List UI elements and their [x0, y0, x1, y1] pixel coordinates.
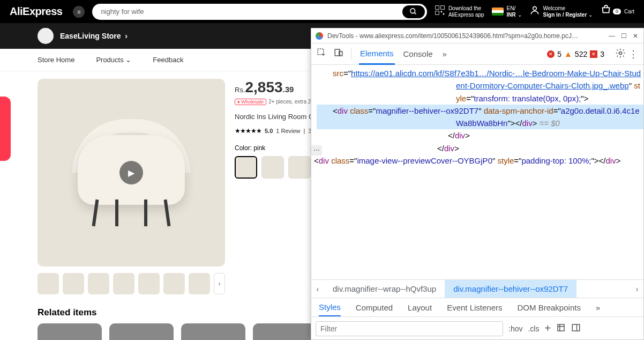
svg-rect-12 — [558, 324, 564, 331]
thumbnail[interactable] — [138, 273, 160, 294]
warning-icon[interactable]: ▲ — [564, 49, 572, 58]
related-item[interactable] — [38, 323, 102, 340]
svg-rect-2 — [436, 5, 439, 9]
settings-icon[interactable] — [615, 48, 626, 60]
cart-count: 0 — [613, 9, 621, 14]
thumbnail[interactable] — [63, 273, 84, 294]
warning-count[interactable]: 522 — [575, 50, 587, 58]
signin-label: Sign in / Register — [543, 12, 587, 18]
categories-icon[interactable]: ≡ — [73, 6, 85, 18]
welcome-label: Welcome — [543, 5, 566, 11]
region-selector[interactable]: EN/INR ⌄ — [492, 5, 522, 18]
related-item[interactable] — [181, 323, 245, 340]
toggle-sidebar-icon[interactable] — [571, 323, 581, 334]
top-header: AliExpress ≡ Download theAliExpress app … — [0, 0, 644, 23]
tab-styles[interactable]: Styles — [319, 298, 341, 316]
issues-icon[interactable]: ✕ — [590, 50, 597, 58]
nav-store-home[interactable]: Store Home — [38, 56, 74, 64]
devtools-title: DevTools - www.aliexpress.com/item/10050… — [327, 32, 604, 40]
side-promo-tab[interactable] — [0, 97, 11, 161]
svg-point-11 — [619, 52, 622, 55]
cart-link[interactable]: 0 Cart — [600, 4, 634, 19]
collapse-toggle[interactable]: ⋯ — [311, 145, 322, 156]
app-download-link[interactable]: Download theAliExpress app — [435, 5, 484, 19]
devtools-toolbar: Elements Console » ✕5 ▲522 ✕3 ⋮ — [311, 43, 643, 65]
crumb-prev[interactable]: ‹ — [311, 284, 324, 293]
color-swatch[interactable] — [288, 156, 311, 179]
account-menu[interactable]: WelcomeSign in / Register ⌄ — [529, 5, 593, 19]
cart-label: Cart — [624, 9, 634, 15]
svg-rect-13 — [572, 324, 580, 331]
rating-value: 5.0 — [265, 128, 273, 134]
thumbnail-video[interactable] — [38, 273, 59, 294]
svg-rect-3 — [441, 5, 445, 9]
thumbnails-next-button[interactable]: › — [214, 273, 225, 294]
cart-icon — [600, 4, 612, 19]
thumbnail[interactable] — [163, 273, 185, 294]
crumb-item[interactable]: div.magnifier--wrap--hQvf3up — [324, 280, 445, 298]
error-count[interactable]: 5 — [557, 50, 561, 58]
stars-icon: ★★★★★ — [235, 127, 261, 135]
inspect-icon[interactable] — [317, 48, 326, 60]
tab-console[interactable]: Console — [402, 43, 434, 65]
qr-icon — [435, 5, 445, 19]
styles-filter-row: :hov .cls + — [311, 317, 643, 339]
svg-rect-4 — [436, 11, 439, 14]
related-item[interactable] — [253, 323, 317, 340]
review-count: 1 Review — [276, 128, 300, 134]
color-swatch[interactable] — [261, 156, 284, 179]
nav-products[interactable]: Products ⌄ — [96, 56, 131, 64]
play-video-button[interactable]: ▶ — [119, 161, 143, 184]
product-gallery: ▶ › — [38, 79, 225, 294]
store-avatar[interactable] — [38, 28, 54, 44]
cls-toggle[interactable]: .cls — [528, 324, 539, 333]
chrome-icon — [316, 32, 323, 40]
related-item[interactable] — [109, 323, 174, 340]
search-input[interactable] — [101, 8, 402, 16]
site-logo[interactable]: AliExpress — [10, 5, 62, 18]
nav-feedback[interactable]: Feedback — [153, 56, 183, 64]
computed-styles-icon[interactable] — [556, 323, 566, 334]
tab-computed[interactable]: Computed — [356, 303, 393, 312]
tab-dom-breakpoints[interactable]: DOM Breakpoints — [518, 303, 581, 312]
thumbnail[interactable] — [189, 273, 210, 294]
search-button[interactable] — [402, 5, 425, 18]
styles-tabbar: Styles Computed Layout Event Listeners D… — [311, 298, 643, 317]
tab-more-styles[interactable]: » — [596, 303, 600, 312]
hov-toggle[interactable]: :hov — [508, 324, 522, 333]
close-button[interactable]: ✕ — [632, 32, 639, 40]
svg-point-0 — [410, 9, 415, 13]
error-icon[interactable]: ✕ — [547, 50, 555, 58]
download-label-2: AliExpress app — [448, 12, 484, 18]
device-toggle-icon[interactable] — [334, 48, 343, 60]
crumb-next[interactable]: › — [631, 284, 643, 293]
wholesale-badge: ♦ Wholesale — [235, 99, 266, 105]
tab-layout[interactable]: Layout — [408, 303, 432, 312]
crumb-item-selected[interactable]: div.magnifier--behiver--ox92DT7 — [445, 280, 576, 298]
tab-more[interactable]: » — [441, 43, 448, 65]
search-bar — [92, 4, 427, 20]
svg-line-1 — [415, 12, 416, 14]
minimize-button[interactable]: — — [608, 32, 616, 40]
thumbnail[interactable] — [113, 273, 134, 294]
lang-label: EN/ — [507, 5, 516, 11]
issues-count[interactable]: 3 — [600, 50, 604, 58]
thumbnail-strip: › — [38, 273, 225, 294]
elements-panel[interactable]: ⋯ src="https://ae01.alicdn.com/kf/S8f7e3… — [311, 65, 643, 279]
kebab-menu-icon[interactable]: ⋮ — [628, 48, 638, 60]
tab-elements[interactable]: Elements — [359, 43, 395, 65]
download-label-1: Download the — [448, 5, 481, 11]
main-product-image[interactable]: ▶ — [38, 79, 225, 267]
color-swatch[interactable] — [235, 156, 257, 179]
new-style-rule-icon[interactable]: + — [544, 322, 551, 335]
tab-event-listeners[interactable]: Event Listeners — [447, 303, 502, 312]
devtools-window: DevTools - www.aliexpress.com/item/10050… — [311, 28, 644, 340]
store-name-link[interactable]: EaseLiving Store › — [60, 32, 128, 40]
maximize-button[interactable]: ☐ — [620, 32, 627, 40]
thumbnail[interactable] — [88, 273, 109, 294]
currency-label: INR — [507, 12, 516, 18]
flag-india-icon — [492, 8, 504, 16]
styles-filter-input[interactable] — [316, 321, 503, 336]
devtools-titlebar[interactable]: DevTools - www.aliexpress.com/item/10050… — [311, 28, 643, 43]
svg-point-7 — [533, 6, 536, 10]
